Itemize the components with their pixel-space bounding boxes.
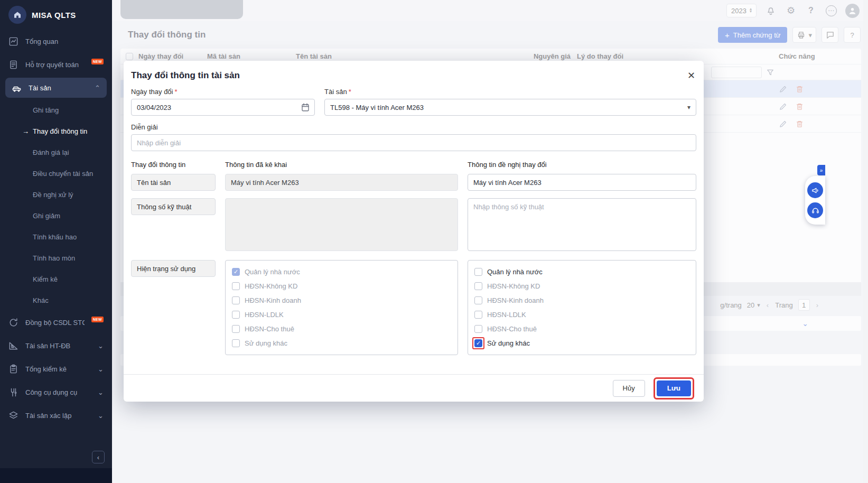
cancel-button[interactable]: Hủy [613, 380, 645, 397]
submenu-item-khac[interactable]: → Khác [0, 290, 112, 311]
highlight-ring: ✓ [472, 337, 484, 349]
brand-name: MISA QLTS [32, 11, 76, 20]
usage-option[interactable]: ✓ Quản lý nhà nước [474, 265, 689, 279]
submenu-item-label: Kiểm kê [33, 275, 58, 283]
sidebar-item-dong-bo-csdl-stc[interactable]: Đồng bộ CSDL STC NEW [0, 311, 112, 334]
dialog-title: Thay đổi thông tin tài sản [131, 70, 240, 81]
date-field-label: Ngày thay đổi* [131, 88, 315, 96]
submenu-item-danh-gia-lai[interactable]: → Đánh giá lại [0, 142, 112, 163]
usage-option[interactable]: ✓ HĐSN-Kinh doanh [474, 293, 689, 308]
submenu-item-label: Thay đổi thông tin [33, 127, 87, 135]
checkbox-hdsn-cho-thue[interactable]: ✓ [474, 325, 482, 333]
sidebar-item-label: Tổng kiểm kê [25, 365, 91, 373]
proposed-spec-textarea[interactable] [468, 198, 696, 251]
submenu-item-label: Đánh giá lại [33, 148, 69, 156]
submenu-item-label: Tính hao mòn [33, 254, 75, 262]
sidebar-item-cong-cu-dung-cu[interactable]: Công cụ dụng cụ ⌄ [0, 380, 112, 404]
announcement-button[interactable] [807, 182, 823, 198]
assets-submenu: → Ghi tăng → Thay đổi thông tin → Đánh g… [0, 99, 112, 311]
app-logo-icon [8, 6, 26, 24]
dialog-body: Ngày thay đổi* Tài sản* TL598 - Máy vi t… [124, 88, 704, 374]
sidebar-item-label: Đồng bộ CSDL STC [25, 319, 85, 327]
checkbox-hdsn-ldlk[interactable]: ✓ [474, 311, 482, 319]
checkbox-disabled: ✓ [232, 282, 240, 290]
usage-option: ✓ Quản lý nhà nước [232, 265, 451, 279]
checkbox-disabled: ✓ [232, 296, 240, 304]
settlement-icon [8, 60, 18, 70]
submenu-item-dieu-chuyen-tai-san[interactable]: → Điều chuyển tài sản [0, 163, 112, 184]
proposed-usage-panel: ✓ Quản lý nhà nước ✓ HĐSN-Không KD ✓ HĐS… [468, 260, 696, 355]
overview-icon [8, 36, 18, 47]
submenu-item-kiem-ke[interactable]: → Kiểm kê [0, 268, 112, 290]
close-icon[interactable]: ✕ [687, 70, 695, 81]
sidebar-item-ho-tro-quyet-toan[interactable]: Hỗ trợ quyết toán NEW [0, 53, 112, 76]
arrow-right-icon: → [22, 127, 33, 135]
side-panel-tab[interactable]: » [817, 165, 825, 175]
headset-icon [811, 206, 820, 215]
submenu-item-tinh-khau-hao[interactable]: → Tính khấu hao [0, 226, 112, 247]
sync-icon [8, 318, 18, 328]
usage-option: ✓ HĐSN-Kinh doanh [232, 293, 451, 308]
required-asterisk: * [349, 88, 351, 96]
submenu-item-tinh-hao-mon[interactable]: → Tính hao mòn [0, 247, 112, 268]
sidebar-nav: Tổng quan Hỗ trợ quyết toán NEW Tài sản … [0, 30, 112, 446]
sidebar-item-tai-san-ht-db[interactable]: Tài sản HT-ĐB ⌄ [0, 334, 112, 357]
checkbox-disabled: ✓ [232, 325, 240, 333]
new-badge: NEW [91, 317, 104, 322]
checkbox-disabled: ✓ [232, 339, 240, 347]
submenu-item-ghi-tang[interactable]: → Ghi tăng [0, 99, 112, 120]
save-highlight-ring: Lưu [654, 377, 694, 400]
usage-option[interactable]: ✓ HĐSN-LDLK [474, 308, 689, 322]
check-icon: ✓ [476, 340, 481, 346]
submenu-item-thay-doi-thong-tin[interactable]: → Thay đổi thông tin [0, 120, 112, 142]
check-icon: ✓ [234, 269, 238, 275]
submenu-item-ghi-giam[interactable]: → Ghi giảm [0, 205, 112, 226]
checkbox-checked-disabled: ✓ [232, 268, 240, 276]
usage-option[interactable]: ✓ HĐSN-Không KD [474, 279, 689, 293]
submenu-item-label: Ghi tăng [33, 106, 59, 114]
sidebar-item-tai-san[interactable]: Tài sản ⌃ [5, 78, 107, 98]
usage-option: ✓ Sử dụng khác [232, 336, 451, 350]
sidebar-collapse-button[interactable]: ‹ [92, 451, 105, 463]
checkbox-hdsn-khong-kd[interactable]: ✓ [474, 282, 482, 290]
brand: MISA QLTS [0, 0, 112, 30]
caret-down-icon: ▾ [687, 104, 690, 111]
dialog-footer: Hủy Lưu [124, 374, 704, 402]
checkbox-quan-ly-nha-nuoc[interactable]: ✓ [474, 268, 482, 276]
triangle-ruler-icon [8, 341, 18, 351]
dialog-header: Thay đổi thông tin tài sản ✕ [124, 61, 704, 88]
sidebar-footer: ‹ [0, 446, 112, 483]
change-column-header: Thay đổi thông tin [131, 157, 216, 174]
new-badge: NEW [91, 59, 104, 64]
sidebar-item-tong-kiem-ke[interactable]: Tổng kiểm kê ⌄ [0, 357, 112, 380]
sidebar-item-label: Hỗ trợ quyết toán [25, 61, 85, 69]
assets-icon [12, 83, 22, 93]
checkbox-su-dung-khac[interactable]: ✓ [474, 339, 482, 347]
sidebar-item-tai-san-xac-lap[interactable]: Tài sản xác lập ⌄ [0, 404, 112, 427]
required-asterisk: * [175, 88, 178, 96]
save-button[interactable]: Lưu [657, 380, 691, 396]
submenu-item-label: Khác [33, 296, 49, 304]
usage-option-highlighted[interactable]: ✓ Sử dụng khác [474, 336, 689, 350]
description-field-label: Diễn giải [131, 123, 696, 131]
submenu-item-label: Tính khấu hao [33, 233, 77, 241]
change-info-dialog: Thay đổi thông tin tài sản ✕ Ngày thay đ… [124, 61, 704, 402]
change-date-input[interactable] [131, 99, 315, 116]
sidebar-item-tong-quan[interactable]: Tổng quan [0, 30, 112, 53]
description-input[interactable] [131, 134, 696, 151]
chevron-down-icon: ⌄ [98, 366, 104, 373]
attribute-chip-spec: Thông số kỹ thuật [131, 198, 216, 215]
attribute-chip-name: Tên tài sản [131, 174, 216, 191]
declared-name-input [225, 174, 458, 191]
megaphone-icon [811, 186, 820, 195]
support-button[interactable] [807, 202, 823, 218]
submenu-item-de-nghi-xu-ly[interactable]: → Đề nghị xử lý [0, 184, 112, 205]
checkbox-hdsn-kinh-doanh[interactable]: ✓ [474, 296, 482, 304]
asset-select[interactable]: TL598 - Máy vi tính Acer M263 ▾ [324, 99, 696, 116]
clipboard-icon [8, 364, 18, 374]
sidebar-item-label: Tài sản HT-ĐB [25, 342, 91, 350]
usage-option[interactable]: ✓ HĐSN-Cho thuê [474, 322, 689, 336]
calendar-icon[interactable] [301, 103, 310, 112]
proposed-name-input[interactable] [468, 174, 696, 191]
scrollbar[interactable] [863, 0, 868, 483]
